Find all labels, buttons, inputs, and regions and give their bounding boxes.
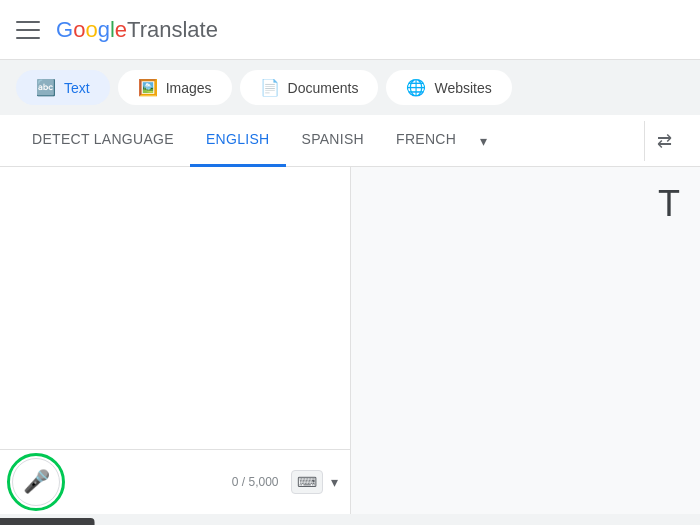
tab-text[interactable]: 🔤 Text — [16, 70, 110, 105]
lang-french[interactable]: FRENCH — [380, 115, 472, 167]
type-tab-bar: 🔤 Text 🖼️ Images 📄 Documents 🌐 Websites — [0, 60, 700, 115]
lang-swap-button[interactable]: ⇄ — [644, 121, 684, 161]
microphone-icon: 🎤 — [23, 469, 50, 495]
source-panel: 🎤 Translate by voice 0 / 5,000 ⌨ ▾ — [0, 167, 351, 514]
voice-translate-button[interactable]: 🎤 — [12, 458, 60, 506]
lang-spanish[interactable]: SPANISH — [286, 115, 381, 167]
lang-english[interactable]: ENGLISH — [190, 115, 286, 167]
voice-tooltip: Translate by voice — [0, 518, 94, 525]
logo-text: Google — [56, 17, 127, 43]
app-logo: Google Translate — [56, 17, 218, 43]
tab-images[interactable]: 🖼️ Images — [118, 70, 232, 105]
tab-documents[interactable]: 📄 Documents — [240, 70, 379, 105]
keyboard-icon: ⌨ — [297, 474, 317, 490]
tab-documents-label: Documents — [288, 80, 359, 96]
char-count: 0 / 5,000 — [232, 475, 279, 489]
documents-icon: 📄 — [260, 78, 280, 97]
tab-images-label: Images — [166, 80, 212, 96]
translate-icon: 🔤 — [36, 78, 56, 97]
swap-icon: ⇄ — [657, 130, 672, 152]
target-panel: T — [351, 167, 701, 514]
language-bar: DETECT LANGUAGE ENGLISH SPANISH FRENCH ▾… — [0, 115, 700, 167]
websites-icon: 🌐 — [406, 78, 426, 97]
keyboard-dropdown-icon[interactable]: ▾ — [331, 474, 338, 490]
chevron-down-icon: ▾ — [480, 133, 487, 149]
source-text-area — [0, 167, 350, 449]
target-preview-text: T — [658, 183, 680, 225]
source-right-icons: 0 / 5,000 ⌨ ▾ — [232, 470, 338, 494]
voice-button-wrapper: 🎤 Translate by voice — [12, 458, 60, 506]
tab-text-label: Text — [64, 80, 90, 96]
lang-detect[interactable]: DETECT LANGUAGE — [16, 115, 190, 167]
tab-websites-label: Websites — [434, 80, 491, 96]
keyboard-button[interactable]: ⌨ — [291, 470, 323, 494]
source-bottom-bar: 🎤 Translate by voice 0 / 5,000 ⌨ ▾ — [0, 449, 350, 514]
menu-button[interactable] — [16, 21, 40, 39]
app-header: Google Translate — [0, 0, 700, 60]
tab-websites[interactable]: 🌐 Websites — [386, 70, 511, 105]
lang-more-dropdown[interactable]: ▾ — [472, 115, 495, 167]
app-name: Translate — [127, 17, 218, 43]
images-icon: 🖼️ — [138, 78, 158, 97]
translation-area: 🎤 Translate by voice 0 / 5,000 ⌨ ▾ T — [0, 167, 700, 514]
